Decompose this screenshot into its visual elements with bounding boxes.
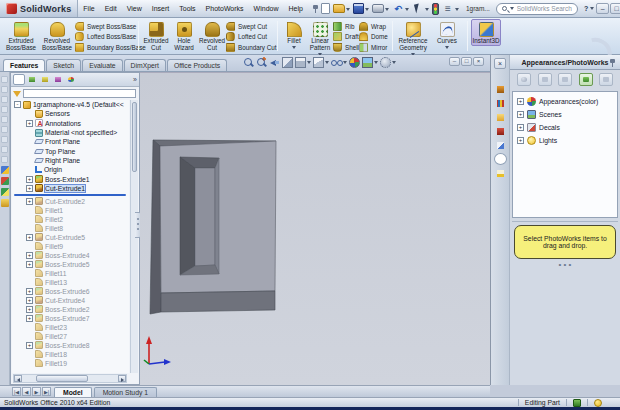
expander-icon[interactable]: +	[26, 297, 33, 304]
solidworks-resources-tab[interactable]	[494, 83, 507, 95]
taskpane-item-decals[interactable]: + Decals	[513, 121, 617, 134]
fillet-button[interactable]: Fillet	[281, 19, 307, 52]
docked-toolbar-icon[interactable]	[1, 76, 8, 83]
boundary-boss-base-button[interactable]: Boundary Boss/Base	[75, 42, 135, 53]
doc-close-button[interactable]: ×	[473, 57, 484, 66]
document-name[interactable]: 1gram...	[466, 5, 490, 12]
mirror-button[interactable]: Mirror	[359, 42, 389, 53]
tree-item-fillet27[interactable]: Fillet27	[12, 332, 129, 341]
expander-icon[interactable]: +	[517, 98, 524, 105]
docked-toolbar-icon[interactable]	[1, 156, 8, 163]
tree-item-fillet19[interactable]: Fillet19	[12, 359, 129, 368]
quick-tips-icon[interactable]	[594, 399, 602, 407]
taskpane-item-scenes[interactable]: + Scenes	[513, 108, 617, 121]
tree-item-cut-extrude1[interactable]: + Cut-Extrude1	[12, 184, 129, 193]
propertymanager-tab[interactable]	[26, 74, 38, 85]
sheet-scroll-prev-button[interactable]: ◀	[22, 387, 31, 396]
expander-icon[interactable]: +	[26, 120, 33, 127]
minimize-button[interactable]: –	[596, 3, 609, 14]
options-icon[interactable]: ≡	[441, 3, 460, 15]
expander-icon[interactable]: +	[517, 111, 524, 118]
docked-toolbar-icon[interactable]	[1, 126, 8, 133]
instant3d-button[interactable]: Instant3D	[471, 19, 501, 46]
hide-show-items-icon[interactable]	[331, 57, 347, 68]
rib-button[interactable]: Rib	[333, 21, 359, 32]
sheet-scroll-next-button[interactable]: ▶	[32, 387, 41, 396]
select-icon[interactable]	[411, 3, 430, 15]
rebuild-icon[interactable]	[431, 3, 440, 15]
scroll-right-arrow-icon[interactable]	[118, 375, 126, 382]
sheet-scroll-last-button[interactable]: ▶|	[42, 387, 51, 396]
docked-toolbar-icon[interactable]	[1, 86, 8, 93]
docked-toolbar-icon[interactable]	[1, 146, 8, 153]
expander-icon[interactable]: +	[517, 124, 524, 131]
task-pane-close-button[interactable]: ×	[494, 58, 506, 69]
dome-button[interactable]: Dome	[359, 32, 389, 43]
view-orientation-icon[interactable]	[295, 57, 311, 68]
extruded-boss-base-button[interactable]: Extruded Boss/Base	[3, 19, 39, 53]
tree-item-boss-extrude6[interactable]: + Boss-Extrude6	[12, 287, 129, 296]
menu-item[interactable]: PhotoWorks	[201, 3, 249, 14]
rollback-bar[interactable]	[14, 194, 126, 196]
taskpane-item-lights[interactable]: + Lights	[513, 134, 617, 147]
search-scope-caret-icon[interactable]	[510, 7, 514, 12]
docked-toolbar-icon[interactable]	[1, 199, 9, 207]
taskpane-tool-appearance[interactable]	[517, 73, 531, 86]
dimxpertmanager-tab[interactable]	[52, 74, 64, 85]
docked-toolbar-icon[interactable]	[1, 177, 9, 185]
doc-minimize-button[interactable]: –	[449, 57, 460, 66]
tree-item-front-plane[interactable]: Front Plane	[12, 137, 129, 146]
expander-icon[interactable]: +	[26, 234, 33, 241]
tree-item-boss-extrude5[interactable]: + Boss-Extrude5	[12, 260, 129, 269]
view-settings-icon[interactable]	[380, 57, 396, 68]
expander-icon[interactable]: +	[26, 315, 33, 322]
zoom-fit-icon[interactable]	[243, 57, 254, 68]
swept-cut-button[interactable]: Swept Cut	[226, 21, 274, 32]
tree-item-fillet23[interactable]: Fillet23	[12, 323, 129, 332]
expander-icon[interactable]: -	[14, 101, 21, 108]
expander-icon[interactable]: +	[26, 252, 33, 259]
expander-icon[interactable]: +	[517, 137, 524, 144]
task-pane-resize-handle[interactable]: • • •	[510, 262, 620, 268]
scrollbar-thumb[interactable]	[36, 375, 88, 382]
graphics-viewport[interactable]	[140, 72, 490, 385]
print-icon[interactable]	[371, 4, 390, 13]
help-caret-icon[interactable]	[590, 7, 594, 12]
tree-item-boss-extrude2[interactable]: + Boss-Extrude2	[12, 305, 129, 314]
tree-item-boss-extrude8[interactable]: + Boss-Extrude8	[12, 341, 129, 350]
tree-item-boss-extrude4[interactable]: + Boss-Extrude4	[12, 251, 129, 260]
display-style-icon[interactable]	[313, 57, 329, 68]
docked-toolbar-icon[interactable]	[1, 166, 9, 174]
revolved-boss-base-button[interactable]: Revolved Boss/Base	[39, 19, 75, 53]
docked-toolbar-icon[interactable]	[1, 136, 8, 143]
scrollbar-thumb[interactable]	[132, 102, 137, 172]
tree-item-boss-extrude1[interactable]: + Boss-Extrude1	[12, 174, 129, 183]
boundary-cut-button[interactable]: Boundary Cut	[226, 42, 274, 53]
tab-features[interactable]: Features	[3, 59, 45, 71]
expander-icon[interactable]: +	[26, 176, 33, 183]
tree-item-material[interactable]: Material <not specified>	[12, 128, 129, 137]
previous-view-icon[interactable]	[269, 57, 280, 68]
configurationmanager-tab[interactable]	[39, 74, 51, 85]
solidworks-forum-tab[interactable]	[494, 125, 507, 137]
expander-icon[interactable]: +	[26, 261, 33, 268]
taskpane-item-appearances[interactable]: + Appearances(color)	[513, 95, 617, 108]
wrap-button[interactable]: Wrap	[359, 21, 389, 32]
scroll-left-arrow-icon[interactable]	[14, 375, 22, 382]
tree-item-annotations[interactable]: + Annotations	[12, 119, 129, 128]
appearances-photoworks-tab[interactable]	[494, 153, 507, 165]
taskpane-tool-copy[interactable]	[558, 73, 572, 86]
draft-button[interactable]: Draft	[333, 32, 359, 43]
menu-item[interactable]: Insert	[147, 3, 175, 14]
tree-item-fillet1[interactable]: Fillet1	[12, 206, 129, 215]
docked-toolbar-icon[interactable]	[1, 96, 8, 103]
tree-item-top-plane[interactable]: Top Plane	[12, 146, 129, 155]
tree-item-fillet11[interactable]: Fillet11	[12, 269, 129, 278]
tree-item-fillet8[interactable]: Fillet8	[12, 224, 129, 233]
displaymanager-tab[interactable]	[65, 74, 77, 85]
file-explorer-tab[interactable]	[494, 111, 507, 123]
tree-item-cut-extrude2[interactable]: + Cut-Extrude2	[12, 197, 129, 206]
fm-header-overflow-icon[interactable]: »	[133, 76, 137, 83]
taskpane-tool-apply[interactable]	[579, 73, 593, 86]
motion-study-tab[interactable]: Motion Study 1	[94, 387, 157, 397]
